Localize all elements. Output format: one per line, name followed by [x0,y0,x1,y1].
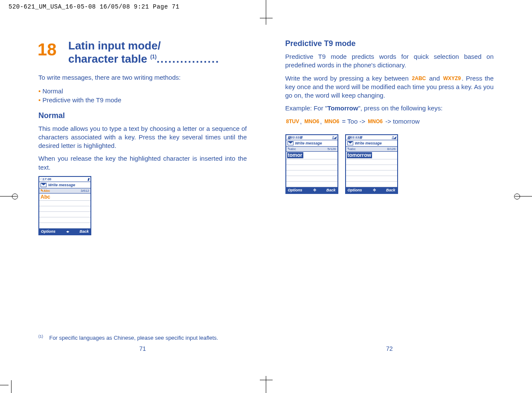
phone-text-line [39,217,90,223]
signal-icon: ▯◢ [392,136,396,139]
phone-text-line [39,206,90,212]
bullet-icon: • [38,96,42,104]
crop-mark [260,380,273,380]
phone-time: □17:05 [41,177,51,181]
phone-text-line [39,223,90,228]
phone-screen-title: Write message [48,183,75,187]
phone-screenshot: □17:05 ▮ Write message ✎Abc 3/612 Abc Op… [38,176,91,235]
footnote-marker: (1) [38,334,43,338]
text-fragment: = Too -> [340,118,367,125]
key-9-icon: WXYZ9 [442,75,462,82]
envelope-icon [347,141,353,145]
phone-char-counter: 5/126 [327,147,336,151]
chapter-title-dots: ................ [157,52,220,65]
paragraph: Write the word by pressing a key between… [285,74,494,100]
text-fragment: ", press on the following keys: [358,104,442,112]
text-fragment: -> tomorrow [384,118,420,125]
phone-text-line [286,170,337,176]
bullet-item: • Predictive with the T9 mode [38,95,247,104]
phone-time: ▥03:53⊠ [347,136,362,139]
softkey-left: Options [41,229,55,234]
softkey-right: Back [326,188,336,192]
page-left: 18 Latin input mode/ character table (1)… [38,39,247,363]
crop-mark [266,376,266,393]
phone-text-line [39,201,90,206]
footnote-text: For specific languages as Chinese, pleas… [49,335,218,341]
phone-input-mode: ✎Abc [41,189,50,193]
chapter-number: 18 [38,40,57,59]
phone-text-line [286,165,337,170]
key-6-icon: MNO6 [367,118,384,125]
text-fragment: Write the word by pressing a key between [285,75,411,82]
phone-text-line [346,170,397,176]
paragraph: Predictive T9 mode predicts words for qu… [285,52,494,70]
softkey-right: Back [386,188,395,192]
phone-screenshot: ▥03:53⊠ ▯◢ Write message ✎abc 5/126 tomo… [285,134,338,194]
nav-icon: ◂▸ [66,229,69,234]
key-6-icon: MNO6 [304,118,320,125]
crop-mark [260,18,273,18]
text-bold: Tomorrow [327,104,358,112]
phone-char-counter: 3/612 [81,189,89,193]
bullet-icon: • [38,87,42,95]
phone-text-line [286,159,337,165]
phone-text-line [286,182,337,187]
nav-icon: ✥ [313,188,316,192]
chapter-title-line1: Latin input mode/ [68,39,247,52]
phone-screenshot: ▥03:53⊠ ▯◢ Write message ✎abc 8/126 tomo… [345,134,398,194]
text-fragment: , [300,118,303,125]
key-2-icon: 2ABC [411,75,427,82]
footnote: (1) For specific languages as Chinese, p… [38,334,218,341]
signal-icon: ▯◢ [332,136,336,139]
intro-text: To write messages, there are two writing… [38,73,247,82]
phone-screen-title: Write message [295,141,322,145]
crop-mark [266,12,266,25]
chapter-title-sup: (1) [150,54,157,60]
bullet-item: • Normal [38,87,247,95]
nav-icon: ✥ [373,188,375,192]
text-fragment: and [427,75,442,82]
crop-mark [0,385,9,385]
signal-icon: ▮ [87,177,89,181]
phone-input-mode: ✎abc [288,147,296,151]
paragraph: This mode allows you to type a text by c… [38,124,247,150]
phone-text-line [346,182,397,187]
page-number: 72 [285,345,494,352]
softkey-left: Options [348,188,362,192]
paragraph: Example: For "Tomorrow", press on the fo… [285,104,494,113]
key-8-icon: 8TUV [285,118,300,125]
section-heading-normal: Normal [38,111,247,120]
bullet-text: Predictive with the T9 mode [42,96,121,104]
key-6-icon: MNO6 [324,118,340,125]
chapter-title-line2: character table [68,52,150,65]
page-number: 71 [38,345,247,352]
phone-typed-text: Abc [39,194,90,201]
section-heading-t9: Predictive T9 mode [285,39,494,48]
phone-text-line [346,176,397,182]
phone-text-line [286,176,337,182]
phone-input-mode: ✎abc [347,147,356,151]
phone-text-line [346,165,397,170]
phone-typed-text: tomorrow [347,152,372,159]
phone-typed-text: tomor [287,152,303,159]
registration-mark [514,194,520,199]
bullet-text: Normal [42,87,63,95]
softkey-right: Back [79,229,89,234]
page-right: Predictive T9 mode Predictive T9 mode pr… [285,39,494,363]
text-fragment: Example: For " [285,104,328,112]
key-sequence: 8TUV, MNO6, MNO6 = Too -> MNO6 -> tomorr… [285,117,494,126]
softkey-left: Options [288,188,302,192]
phone-char-counter: 8/126 [387,147,395,151]
crop-mark [266,0,266,13]
text-fragment: , [320,118,323,125]
phone-time: ▥03:53⊠ [288,136,302,139]
paragraph: When you release the key the highlighted… [38,154,247,172]
phone-screen-title: Write message [355,141,382,145]
envelope-icon [288,141,294,145]
chapter-heading: 18 Latin input mode/ character table (1)… [38,39,247,66]
envelope-icon [41,183,47,187]
crop-mark [11,380,12,393]
phone-text-line [39,212,90,217]
registration-mark [12,194,18,199]
phone-text-line [346,159,397,165]
